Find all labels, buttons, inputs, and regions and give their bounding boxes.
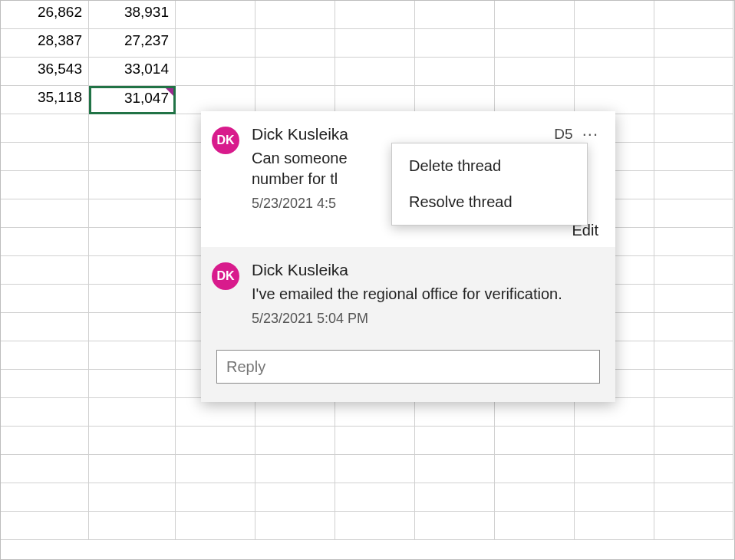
cell[interactable]: [1, 256, 89, 285]
cell[interactable]: [335, 455, 415, 483]
cell[interactable]: [335, 86, 415, 114]
cell[interactable]: [654, 58, 733, 86]
cell[interactable]: [255, 512, 335, 540]
cell[interactable]: [176, 29, 255, 58]
cell[interactable]: [89, 143, 176, 171]
cell[interactable]: [176, 86, 255, 114]
cell[interactable]: [89, 427, 176, 455]
cell[interactable]: [335, 483, 415, 512]
cell[interactable]: [415, 427, 495, 455]
cell[interactable]: [1, 143, 89, 171]
cell[interactable]: [255, 1, 335, 29]
cell[interactable]: [1, 370, 89, 398]
cell[interactable]: [89, 341, 176, 370]
cell[interactable]: [335, 58, 415, 86]
cell[interactable]: [255, 455, 335, 483]
menu-item-resolve-thread[interactable]: Resolve thread: [392, 184, 587, 220]
cell[interactable]: [654, 398, 733, 427]
cell[interactable]: [575, 86, 654, 114]
cell[interactable]: [415, 1, 495, 29]
cell[interactable]: [654, 455, 733, 483]
cell[interactable]: [89, 512, 176, 540]
cell[interactable]: [495, 455, 575, 483]
cell[interactable]: [495, 1, 575, 29]
cell[interactable]: 26,862: [1, 1, 89, 29]
cell[interactable]: [176, 455, 255, 483]
cell[interactable]: [176, 483, 255, 512]
cell[interactable]: [1, 455, 89, 483]
cell[interactable]: [654, 285, 733, 313]
cell[interactable]: [1, 171, 89, 199]
cell[interactable]: [654, 171, 733, 199]
cell[interactable]: [255, 427, 335, 455]
cell[interactable]: [1, 313, 89, 341]
cell[interactable]: [654, 228, 733, 256]
cell[interactable]: [495, 398, 575, 427]
cell[interactable]: [1, 483, 89, 512]
cell[interactable]: [654, 1, 733, 29]
cell[interactable]: [89, 171, 176, 199]
cell[interactable]: [654, 256, 733, 285]
cell[interactable]: [654, 427, 733, 455]
cell[interactable]: [654, 313, 733, 341]
cell[interactable]: [654, 199, 733, 228]
cell[interactable]: [335, 1, 415, 29]
cell[interactable]: [89, 455, 176, 483]
cell[interactable]: [654, 143, 733, 171]
cell[interactable]: [89, 483, 176, 512]
cell[interactable]: [335, 398, 415, 427]
cell[interactable]: [495, 512, 575, 540]
menu-item-delete-thread[interactable]: Delete thread: [392, 148, 587, 184]
cell[interactable]: [415, 398, 495, 427]
cell[interactable]: [1, 285, 89, 313]
cell[interactable]: [255, 483, 335, 512]
selected-cell[interactable]: 31,047: [89, 86, 176, 114]
cell[interactable]: [654, 341, 733, 370]
cell[interactable]: [654, 483, 733, 512]
cell[interactable]: [176, 58, 255, 86]
cell[interactable]: [575, 29, 654, 58]
cell[interactable]: [654, 512, 733, 540]
cell[interactable]: [176, 427, 255, 455]
cell[interactable]: [255, 398, 335, 427]
more-options-icon[interactable]: ···: [581, 130, 600, 138]
cell[interactable]: [415, 455, 495, 483]
cell[interactable]: [176, 398, 255, 427]
cell[interactable]: 27,237: [89, 29, 176, 58]
cell[interactable]: [575, 512, 654, 540]
cell[interactable]: [575, 455, 654, 483]
cell[interactable]: [654, 29, 733, 58]
cell[interactable]: [1, 512, 89, 540]
cell[interactable]: 38,931: [89, 1, 176, 29]
cell[interactable]: [495, 58, 575, 86]
cell[interactable]: [1, 341, 89, 370]
cell[interactable]: [1, 228, 89, 256]
cell[interactable]: [1, 114, 89, 143]
cell[interactable]: [495, 427, 575, 455]
cell[interactable]: [255, 58, 335, 86]
cell[interactable]: [89, 228, 176, 256]
cell[interactable]: [575, 398, 654, 427]
cell[interactable]: [176, 512, 255, 540]
cell[interactable]: [575, 483, 654, 512]
cell[interactable]: [1, 427, 89, 455]
cell[interactable]: [89, 398, 176, 427]
cell[interactable]: [1, 199, 89, 228]
reply-input[interactable]: [216, 350, 600, 384]
cell[interactable]: 35,118: [1, 86, 89, 114]
cell[interactable]: [415, 58, 495, 86]
cell[interactable]: 28,387: [1, 29, 89, 58]
cell[interactable]: [575, 58, 654, 86]
cell[interactable]: [654, 114, 733, 143]
cell[interactable]: [255, 29, 335, 58]
cell[interactable]: [575, 1, 654, 29]
cell[interactable]: [415, 483, 495, 512]
cell[interactable]: [89, 285, 176, 313]
cell[interactable]: 36,543: [1, 58, 89, 86]
cell[interactable]: [176, 1, 255, 29]
cell[interactable]: [415, 86, 495, 114]
cell[interactable]: [495, 29, 575, 58]
cell[interactable]: [89, 313, 176, 341]
cell[interactable]: [495, 483, 575, 512]
cell[interactable]: [89, 199, 176, 228]
